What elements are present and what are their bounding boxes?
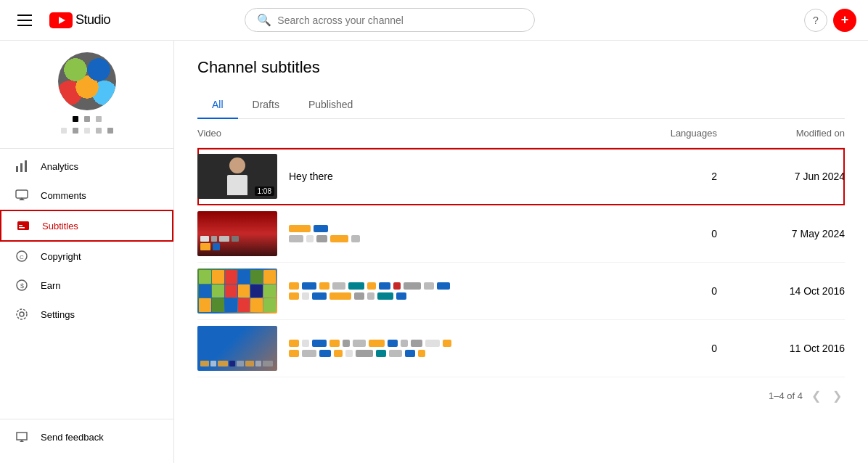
feedback-icon — [15, 430, 29, 444]
languages-cell-1: 2 — [627, 171, 729, 182]
video-cell-2 — [197, 211, 627, 256]
search-input[interactable] — [277, 15, 523, 26]
thumb-duration-1: 1:08 — [255, 187, 274, 196]
subtitles-icon — [16, 218, 30, 233]
sidebar-bottom: Send feedback — [0, 410, 173, 451]
header-left: Studio — [12, 9, 110, 32]
menu-button[interactable] — [12, 9, 38, 32]
sidebar-item-subtitles[interactable]: Subtitles — [0, 210, 173, 242]
sidebar-item-settings[interactable]: Settings — [0, 300, 173, 329]
languages-cell-3: 0 — [627, 285, 729, 297]
pagination: 1–4 of 4 ❮ ❯ — [197, 377, 845, 414]
sidebar-item-earn[interactable]: $ Earn — [0, 271, 173, 300]
color-dot-7 — [96, 128, 102, 134]
comments-label: Comments — [41, 190, 86, 201]
subtitles-label: Subtitles — [42, 221, 78, 232]
color-dot-5 — [73, 128, 78, 134]
pagination-next[interactable]: ❯ — [830, 386, 845, 406]
video-cell-3 — [197, 269, 627, 314]
page-title: Channel subtitles — [197, 58, 845, 77]
header-languages: Languages — [627, 128, 729, 139]
svg-point-14 — [17, 309, 27, 319]
channel-sub-item-3 — [96, 116, 102, 122]
video-title-4-blurred — [289, 340, 451, 357]
color-dot-6 — [84, 128, 90, 134]
send-feedback-button[interactable]: Send feedback — [0, 422, 173, 451]
avatar — [58, 52, 116, 110]
tab-all[interactable]: All — [197, 91, 238, 119]
color-dot-3 — [96, 116, 102, 122]
color-dot-8 — [107, 128, 113, 134]
analytics-icon — [15, 159, 29, 173]
languages-cell-4: 0 — [627, 343, 729, 354]
copyright-icon: C — [15, 249, 29, 263]
table-row[interactable]: 0 11 Oct 2016 — [197, 320, 845, 377]
modified-cell-2: 7 May 2024 — [729, 228, 845, 239]
main-content: Channel subtitles All Drafts Published V… — [174, 41, 868, 463]
table-header: Video Languages Modified on — [197, 119, 845, 148]
send-feedback-label: Send feedback — [41, 432, 104, 443]
svg-rect-4 — [25, 160, 27, 172]
create-button[interactable]: + — [833, 9, 856, 32]
tab-published[interactable]: Published — [294, 91, 368, 119]
copyright-label: Copyright — [41, 251, 81, 262]
languages-cell-2: 0 — [627, 228, 729, 239]
header-modified: Modified on — [729, 128, 845, 139]
video-title-3-blurred — [289, 282, 450, 300]
color-dot-4 — [61, 128, 67, 134]
channel-sub-item-1 — [73, 116, 78, 122]
logo[interactable]: Studio — [49, 12, 110, 28]
svg-rect-8 — [19, 227, 25, 229]
modified-cell-1: 7 Jun 2024 — [729, 171, 845, 182]
settings-icon — [15, 307, 29, 321]
thumbnail-3 — [197, 269, 277, 314]
svg-rect-3 — [20, 163, 22, 172]
header: Studio 🔍 ? + — [0, 0, 868, 41]
youtube-icon — [49, 12, 73, 28]
search-icon: 🔍 — [257, 13, 271, 27]
comments-icon — [15, 188, 29, 202]
color-dot-1 — [73, 116, 78, 122]
svg-rect-7 — [19, 225, 22, 226]
table-row[interactable]: 0 7 May 2024 — [197, 205, 845, 263]
table: Video Languages Modified on 1:08 — [197, 119, 845, 377]
color-dot-2 — [84, 116, 90, 122]
sidebar-item-comments[interactable]: Comments — [0, 181, 173, 210]
sidebar: Analytics Comments Subtitles C Copyright — [0, 41, 174, 463]
video-cell-4 — [197, 326, 627, 371]
svg-text:C: C — [20, 254, 24, 261]
earn-icon: $ — [15, 278, 29, 292]
logo-text: Studio — [75, 12, 110, 28]
thumbnail-1: 1:08 — [197, 154, 277, 199]
sidebar-item-copyright[interactable]: C Copyright — [0, 242, 173, 271]
tabs: All Drafts Published — [197, 91, 845, 119]
svg-rect-5 — [16, 190, 28, 198]
header-video: Video — [197, 128, 627, 139]
sidebar-nav: Analytics Comments Subtitles C Copyright — [0, 152, 173, 329]
search-bar: 🔍 — [245, 8, 535, 32]
table-row[interactable]: 0 14 Oct 2016 — [197, 263, 845, 320]
video-title-1: Hey there — [289, 171, 333, 182]
settings-label: Settings — [41, 309, 75, 320]
modified-cell-3: 14 Oct 2016 — [729, 285, 845, 297]
analytics-label: Analytics — [41, 161, 78, 172]
svg-rect-2 — [16, 166, 18, 172]
channel-sub-row-2 — [61, 128, 113, 134]
sidebar-divider-top — [0, 148, 173, 149]
tab-drafts[interactable]: Drafts — [238, 91, 294, 119]
svg-point-13 — [20, 312, 24, 316]
thumbnail-4 — [197, 326, 277, 371]
modified-cell-4: 11 Oct 2016 — [729, 343, 845, 354]
channel-info — [0, 41, 173, 145]
pagination-text: 1–4 of 4 — [769, 390, 803, 401]
help-button[interactable]: ? — [804, 9, 827, 32]
sidebar-divider-bottom — [0, 419, 173, 419]
sidebar-item-analytics[interactable]: Analytics — [0, 152, 173, 181]
header-right: ? + — [804, 9, 856, 32]
table-row[interactable]: 1:08 Hey there 2 7 Jun 2024 — [197, 148, 845, 205]
pagination-prev[interactable]: ❮ — [808, 386, 824, 406]
earn-label: Earn — [41, 280, 60, 291]
channel-sub-row — [73, 116, 102, 122]
channel-sub-item-2 — [84, 116, 90, 122]
layout: Analytics Comments Subtitles C Copyright — [0, 41, 868, 463]
